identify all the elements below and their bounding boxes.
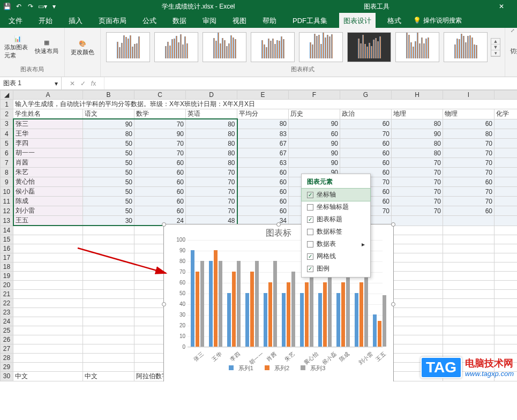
col-B[interactable]: B [83,91,134,100]
cancel-icon[interactable]: ✕ [70,80,75,87]
formula-input[interactable] [104,77,517,89]
switch-row-col-button[interactable]: ⇄ 切换行/列 [509,39,517,55]
col-E[interactable]: E [237,91,289,100]
table-row[interactable]: 5李四5070806790608070 [1,139,518,148]
table-row[interactable]: 11陈成50607060607070 [1,197,518,206]
checkbox-icon[interactable] [307,216,313,223]
select-all-cell[interactable]: ◢ [1,91,13,100]
chart-elements-popup: 图表元素 坐标轴 坐标轴标题 图表标题 数据标签 数据表▸ 网格线 图例 [301,174,371,278]
tab-file[interactable]: 文件 [4,13,27,28]
undo-icon[interactable]: ↶ [15,3,23,10]
table-row[interactable]: 8朱艺5060706090607070 [1,168,518,177]
watermark: TAG 电脑技术网 www.tagxp.com [421,357,514,378]
tab-home[interactable]: 开始 [34,13,57,28]
tab-review[interactable]: 审阅 [198,13,221,28]
qat-customize-icon[interactable]: ▾ [50,3,58,10]
tab-page-layout[interactable]: 页面布局 [94,13,131,28]
colors-icon: 🎨 [79,40,86,47]
tell-me-search[interactable]: 💡 操作说明搜索 [413,13,462,28]
resize-handle[interactable] [391,222,395,227]
touch-icon[interactable]: ▭▾ [39,3,46,10]
redo-icon[interactable]: ↷ [27,3,34,10]
table-row[interactable]: 2学生姓名语文数学英语平均分历史政治地理物理化学 [1,109,518,119]
checkbox-icon[interactable] [307,253,313,260]
table-row[interactable]: 6胡一一5070806790608070 [1,148,518,158]
chart-style-thumb[interactable] [106,32,150,62]
table-row[interactable]: 7肖茜5060806390607070 [1,158,518,168]
tab-format[interactable]: 格式 [383,13,406,28]
column-headers[interactable]: ◢ AB CD EF GH IJ [1,91,518,100]
elem-data-labels[interactable]: 数据标签 [302,226,370,238]
table-row[interactable]: 1输入学生成绩，自动统计学科的平均分等数据。班级：X年X班统计日期：X年X月X日 [1,100,518,109]
col-A[interactable]: A [13,91,83,100]
resize-handle[interactable] [276,222,281,227]
watermark-badge: TAG [421,357,462,378]
elem-legend[interactable]: 图例 [302,262,370,275]
elem-chart-title[interactable]: 图表标题 [302,213,370,226]
chart-style-thumb[interactable] [347,32,391,62]
col-F[interactable]: F [289,91,340,100]
resize-handle[interactable] [391,302,395,306]
spreadsheet-grid[interactable]: ◢ AB CD EF GH IJ 1输入学生成绩，自动统计学科的平均分等数据。班… [0,90,517,381]
col-J[interactable]: J [494,91,518,100]
change-colors-button[interactable]: 🎨 更改颜色 [69,40,96,56]
tab-chart-design[interactable]: 图表设计 [339,13,376,28]
group-data: ⇄ 切换行/列 数 [505,28,517,77]
chart-style-thumb[interactable] [154,32,198,62]
window-title: 学生成绩统计.xlsx - Excel [162,2,235,11]
formula-buttons: ✕ ✓ fx [62,77,104,89]
save-icon[interactable]: 💾 [3,3,11,10]
resize-handle[interactable] [162,302,166,306]
tab-insert[interactable]: 插入 [64,13,87,28]
col-G[interactable]: G [340,91,392,100]
checkbox-icon[interactable] [307,229,313,235]
tab-data[interactable]: 数据 [168,13,191,28]
formula-bar-row: 图表 1 ▾ ✕ ✓ fx [0,77,517,90]
tab-help[interactable]: 帮助 [258,13,281,28]
elem-axis-titles[interactable]: 坐标轴标题 [302,201,370,213]
checkbox-icon[interactable] [307,204,313,211]
col-C[interactable]: C [134,91,186,100]
chevron-down-icon[interactable]: ▾ [55,80,58,87]
tab-view[interactable]: 视图 [228,13,251,28]
popup-title: 图表元素 [302,176,370,189]
title-bar: 💾 ↶ ↷ ▭▾ ▾ 学生成绩统计.xlsx - Excel 图表工具 ✕ [0,0,517,13]
checkbox-icon[interactable] [307,192,313,198]
elem-axes[interactable]: 坐标轴 [302,189,370,201]
name-box[interactable]: 图表 1 ▾ [0,77,62,89]
group-chart-styles: ▲▼▾ 图表样式 [101,28,505,77]
resize-handle[interactable] [162,222,166,227]
col-I[interactable]: I [443,91,494,100]
chart-style-thumb[interactable] [395,32,439,62]
annotation-arrow [75,245,171,278]
ribbon-tabs: 文件 开始 插入 页面布局 公式 数据 审阅 视图 帮助 PDF工具集 图表设计… [0,13,517,28]
elem-gridlines[interactable]: 网格线 [302,250,370,262]
chart-style-thumb[interactable] [251,32,295,62]
elem-data-table[interactable]: 数据表▸ [302,238,370,250]
group-change-colors: 🎨 更改颜色 [65,28,101,77]
table-row[interactable]: 3张三9070808090608060 [1,119,518,129]
close-button[interactable]: ✕ [489,0,514,13]
add-chart-element-button[interactable]: 📊 添加图表元素 [4,35,31,59]
checkbox-icon[interactable] [307,266,313,272]
table-row[interactable]: 12刘小雷50607060707060 [1,206,518,216]
quick-layout-button[interactable]: ▦ 快速布局 [33,39,60,55]
table-row[interactable]: 9黄心怡50607060707060 [1,177,518,187]
tab-pdf[interactable]: PDF工具集 [288,13,332,28]
collapse-ribbon-icon[interactable]: ⤢ [511,28,515,33]
group-chart-layout: 📊 添加图表元素 ▦ 快速布局 图表布局 [0,28,65,77]
col-H[interactable]: H [392,91,443,100]
col-D[interactable]: D [186,91,237,100]
fx-icon[interactable]: fx [91,80,96,87]
chart-style-thumb[interactable] [299,32,343,62]
table-row[interactable]: 4王华8090808360709080 [1,129,518,139]
table-row[interactable]: 10侯小磊50607060607070 [1,187,518,197]
confirm-icon[interactable]: ✓ [80,80,86,87]
chart-tools-label: 图表工具 [364,2,389,11]
chart-style-thumb[interactable] [444,32,488,62]
quick-layout-icon: ▦ [44,39,49,46]
checkbox-icon[interactable] [307,241,313,248]
styles-scroll[interactable]: ▲▼▾ [491,38,500,57]
chart-style-thumb[interactable] [203,32,246,62]
tab-formulas[interactable]: 公式 [138,13,161,28]
